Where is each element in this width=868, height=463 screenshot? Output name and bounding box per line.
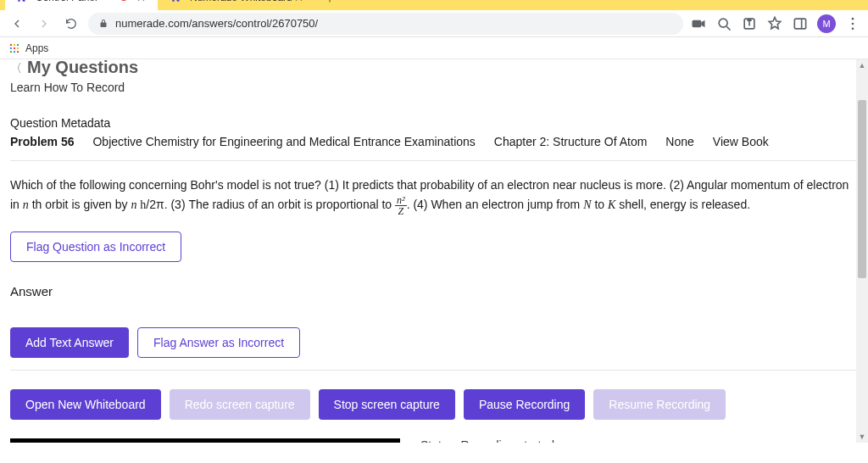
chevron-left-icon[interactable]: 〈 [10,61,22,76]
tab-title: Numerade Whiteboard [190,0,292,3]
svg-point-18 [14,50,15,52]
kebab-menu-icon[interactable] [844,15,861,32]
lock-icon [98,19,108,29]
chapter-title: Chapter 2: Structure Of Atom [494,135,648,148]
page-viewport: 〈 My Questions Learn How To Record Quest… [0,59,868,443]
svg-rect-2 [693,20,702,26]
resume-recording-button: Resume Recording [593,389,726,420]
metadata-extra: None [665,135,693,148]
answer-heading: Answer [10,284,858,298]
scrollbar-track[interactable]: ▲ ▼ [856,59,868,443]
stop-capture-button[interactable]: Stop screen capture [319,389,455,420]
profile-avatar[interactable]: M [817,14,836,33]
tab-control-panel[interactable]: Control Panel ✕ [5,0,158,10]
problem-number: Problem 56 [10,135,74,148]
divider [10,160,858,161]
forward-button[interactable] [34,14,54,34]
fraction: n²Z [395,195,407,217]
new-tab-button[interactable]: ＋ [318,0,342,10]
panel-icon[interactable] [792,15,809,32]
book-title: Objective Chemistry for Engineering and … [92,135,475,148]
svg-point-8 [852,17,854,20]
open-whiteboard-button[interactable]: Open New Whiteboard [10,389,161,420]
star-icon[interactable] [766,15,783,32]
browser-toolbar: numerade.com/answers/control/2670750/ M [0,10,868,37]
page-title: My Questions [27,59,138,77]
video-preview[interactable] [10,438,400,443]
flag-answer-button[interactable]: Flag Answer as Incorrect [137,327,300,358]
numerade-favicon [170,0,183,4]
page-content: 〈 My Questions Learn How To Record Quest… [0,59,868,443]
url-text: numerade.com/answers/control/2670750/ [115,17,318,30]
svg-point-3 [719,19,727,27]
recording-indicator-icon [120,0,127,1]
svg-point-12 [14,43,15,45]
svg-point-14 [10,47,12,48]
camera-icon[interactable] [690,15,707,32]
metadata-row: Problem 56 Objective Chemistry for Engin… [10,135,858,148]
status-label: Status: [420,438,460,443]
svg-point-15 [14,47,15,48]
browser-tabbar: Control Panel ✕ Numerade Whiteboard ✕ ＋ [0,0,868,10]
bookmarks-bar: Apps [0,37,868,59]
address-bar[interactable]: numerade.com/answers/control/2670750/ [88,13,683,35]
pause-recording-button[interactable]: Pause Recording [464,389,585,420]
question-text: Which of the following concerning Bohr's… [10,176,858,216]
metadata-heading: Question Metadata [10,116,858,130]
svg-point-16 [17,47,19,48]
svg-point-13 [17,43,19,45]
status-value: Recording started. [460,438,557,443]
view-book-link[interactable]: View Book [713,135,769,148]
learn-how-to-record-link[interactable]: Learn How To Record [10,81,858,94]
svg-point-17 [10,50,12,52]
close-tab-icon[interactable]: ✕ [134,0,147,4]
back-button[interactable] [7,14,27,34]
close-tab-icon[interactable]: ✕ [292,0,306,4]
numerade-favicon [15,0,29,4]
svg-point-9 [852,22,854,25]
tab-whiteboard[interactable]: Numerade Whiteboard ✕ [159,0,316,10]
apps-label[interactable]: Apps [25,42,48,54]
svg-point-19 [17,50,19,52]
add-text-answer-button[interactable]: Add Text Answer [10,327,129,358]
scrollbar-thumb[interactable] [858,100,866,278]
redo-capture-button: Redo screen capture [170,389,310,420]
divider [10,370,858,371]
search-icon[interactable] [715,15,732,32]
svg-rect-6 [794,19,805,29]
flag-question-button[interactable]: Flag Question as Incorrect [10,232,181,262]
reload-button[interactable] [61,14,81,34]
svg-point-10 [852,27,854,30]
scroll-down-icon[interactable]: ▼ [856,431,868,443]
svg-point-11 [10,43,12,45]
share-icon[interactable] [741,15,758,32]
tab-title: Control Panel [36,0,115,3]
apps-icon[interactable] [8,42,20,54]
recording-controls: Open New Whiteboard Redo screen capture … [10,389,858,420]
scroll-up-icon[interactable]: ▲ [856,59,868,71]
svg-line-4 [726,26,730,30]
